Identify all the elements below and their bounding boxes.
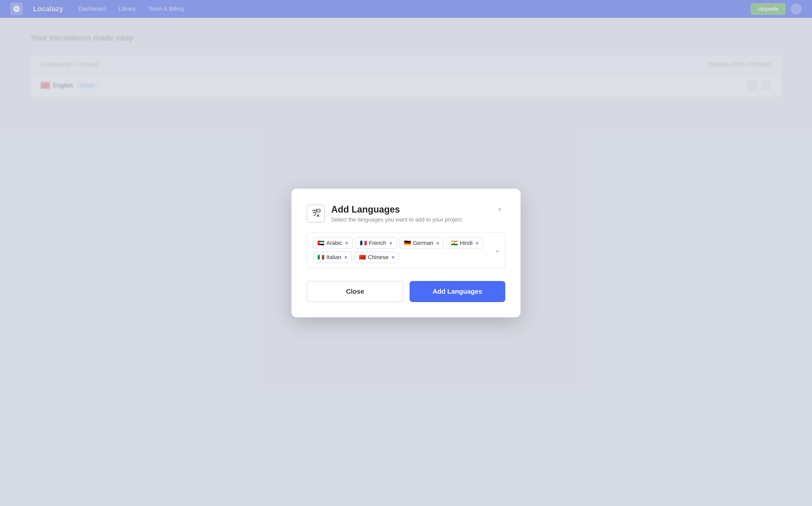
- add-languages-button[interactable]: Add Languages: [410, 281, 505, 302]
- flag-french: 🇫🇷: [360, 240, 367, 246]
- lang-label-italian: Italian: [326, 254, 341, 261]
- language-tag-german: 🇩🇪 German ×: [400, 238, 444, 249]
- language-tag-hindi: 🇮🇳 Hindi ×: [447, 238, 483, 249]
- translate-icon: [311, 208, 321, 219]
- modal-title: Add Languages: [331, 204, 463, 215]
- lang-label-arabic: Arabic: [326, 240, 342, 246]
- close-button[interactable]: Close: [307, 281, 403, 302]
- flag-german: 🇩🇪: [404, 240, 411, 246]
- language-tag-italian: 🇮🇹 Italian ×: [313, 252, 351, 263]
- modal-footer: Close Add Languages: [307, 281, 505, 302]
- modal-close-x-button[interactable]: ×: [494, 204, 505, 215]
- remove-hindi-button[interactable]: ×: [476, 240, 479, 246]
- modal-title-area: Add Languages Select the languages you w…: [307, 204, 463, 223]
- lang-label-hindi: Hindi: [460, 240, 472, 246]
- modal-header: Add Languages Select the languages you w…: [307, 204, 505, 223]
- remove-italian-button[interactable]: ×: [344, 255, 347, 260]
- language-select-box[interactable]: 🇦🇪 Arabic × 🇫🇷 French × 🇩🇪 German × 🇮🇳 H…: [307, 232, 505, 268]
- chevron-down-icon[interactable]: ⌄: [495, 247, 500, 254]
- lang-label-chinese: Chinese: [368, 254, 389, 261]
- modal-subtitle: Select the languages you want to add to …: [331, 217, 463, 223]
- remove-chinese-button[interactable]: ×: [392, 255, 395, 260]
- flag-arabic: 🇦🇪: [318, 240, 324, 246]
- modal-icon: [307, 204, 325, 223]
- remove-german-button[interactable]: ×: [436, 240, 439, 246]
- add-languages-modal: Add Languages Select the languages you w…: [291, 189, 521, 317]
- remove-arabic-button[interactable]: ×: [345, 240, 348, 246]
- modal-title-text: Add Languages Select the languages you w…: [331, 204, 463, 223]
- flag-italian: 🇮🇹: [318, 255, 324, 260]
- flag-hindi: 🇮🇳: [451, 240, 458, 246]
- language-tag-french: 🇫🇷 French ×: [356, 238, 397, 249]
- lang-label-french: French: [369, 240, 386, 246]
- remove-french-button[interactable]: ×: [390, 240, 393, 246]
- lang-label-german: German: [413, 240, 433, 246]
- language-tag-arabic: 🇦🇪 Arabic ×: [313, 238, 352, 249]
- language-tag-chinese: 🇨🇳 Chinese ×: [355, 252, 399, 263]
- flag-chinese: 🇨🇳: [359, 255, 366, 260]
